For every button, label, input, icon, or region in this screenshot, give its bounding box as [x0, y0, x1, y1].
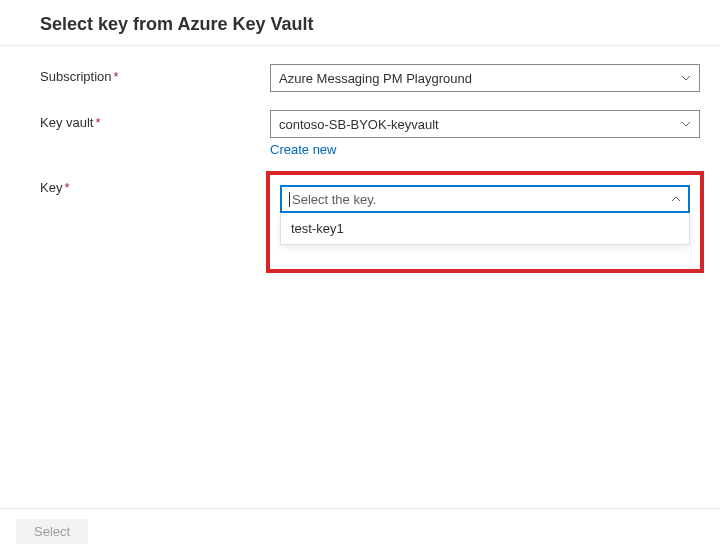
key-option[interactable]: test-key1 — [281, 213, 689, 244]
subscription-control: Azure Messaging PM Playground — [270, 64, 700, 92]
form-area: Subscription* Azure Messaging PM Playgro… — [0, 46, 720, 269]
create-new-link[interactable]: Create new — [270, 142, 336, 157]
keyvault-row: Key vault* contoso-SB-BYOK-keyvault Crea… — [40, 110, 704, 157]
keyvault-label-text: Key vault — [40, 115, 93, 130]
panel-title: Select key from Azure Key Vault — [0, 0, 720, 46]
key-dropdown-list: test-key1 — [280, 213, 690, 245]
subscription-value: Azure Messaging PM Playground — [279, 71, 472, 86]
key-control: Select the key. test-key1 — [270, 175, 700, 269]
keyvault-control: contoso-SB-BYOK-keyvault Create new — [270, 110, 700, 157]
key-label: Key* — [40, 175, 270, 195]
required-asterisk: * — [114, 69, 119, 84]
select-button[interactable]: Select — [16, 519, 88, 544]
subscription-dropdown[interactable]: Azure Messaging PM Playground — [270, 64, 700, 92]
chevron-up-icon — [669, 192, 683, 206]
required-asterisk: * — [95, 115, 100, 130]
key-dropdown[interactable]: Select the key. — [280, 185, 690, 213]
text-cursor — [289, 192, 290, 207]
chevron-down-icon — [679, 71, 693, 85]
keyvault-value: contoso-SB-BYOK-keyvault — [279, 117, 439, 132]
subscription-label-text: Subscription — [40, 69, 112, 84]
required-asterisk: * — [64, 180, 69, 195]
subscription-label: Subscription* — [40, 64, 270, 84]
keyvault-dropdown[interactable]: contoso-SB-BYOK-keyvault — [270, 110, 700, 138]
highlight-annotation: Select the key. test-key1 — [266, 171, 704, 273]
key-placeholder: Select the key. — [292, 192, 376, 207]
key-label-text: Key — [40, 180, 62, 195]
chevron-down-icon — [679, 117, 693, 131]
keyvault-label: Key vault* — [40, 110, 270, 130]
footer: Select — [0, 508, 720, 554]
subscription-row: Subscription* Azure Messaging PM Playgro… — [40, 64, 704, 92]
key-row: Key* Select the key. test-key1 — [40, 175, 704, 269]
